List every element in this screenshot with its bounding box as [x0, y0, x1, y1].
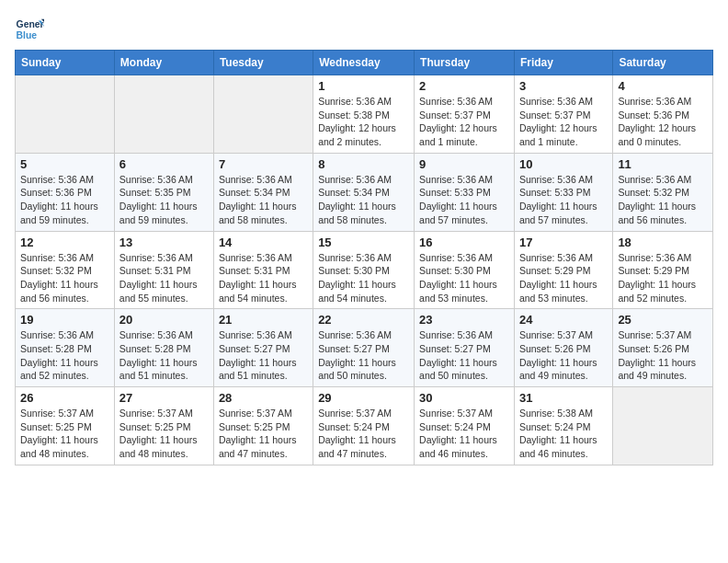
calendar-cell: 7Sunrise: 5:36 AM Sunset: 5:34 PM Daylig… [213, 153, 313, 231]
calendar-cell: 12Sunrise: 5:36 AM Sunset: 5:32 PM Dayli… [16, 231, 115, 309]
day-info: Sunrise: 5:36 AM Sunset: 5:29 PM Dayligh… [519, 251, 608, 305]
day-number: 29 [318, 391, 409, 405]
calendar-cell: 15Sunrise: 5:36 AM Sunset: 5:30 PM Dayli… [313, 231, 415, 309]
day-number: 16 [419, 236, 509, 249]
dow-header: Monday [114, 51, 213, 75]
day-number: 4 [618, 79, 708, 93]
calendar-week-row: 12Sunrise: 5:36 AM Sunset: 5:32 PM Dayli… [16, 231, 713, 309]
calendar-week-row: 1Sunrise: 5:36 AM Sunset: 5:38 PM Daylig… [16, 75, 713, 154]
calendar-cell: 14Sunrise: 5:36 AM Sunset: 5:31 PM Dayli… [213, 231, 313, 309]
day-info: Sunrise: 5:36 AM Sunset: 5:36 PM Dayligh… [20, 173, 109, 227]
day-number: 6 [119, 157, 209, 171]
dow-header: Tuesday [213, 51, 313, 75]
calendar-cell: 30Sunrise: 5:37 AM Sunset: 5:24 PM Dayli… [415, 387, 515, 465]
calendar-cell [16, 75, 115, 154]
day-info: Sunrise: 5:36 AM Sunset: 5:33 PM Dayligh… [419, 173, 509, 227]
day-number: 25 [618, 313, 708, 327]
day-number: 18 [618, 236, 708, 249]
day-info: Sunrise: 5:36 AM Sunset: 5:27 PM Dayligh… [318, 328, 409, 383]
calendar-cell [114, 75, 213, 154]
day-info: Sunrise: 5:37 AM Sunset: 5:25 PM Dayligh… [20, 407, 109, 461]
dow-header: Sunday [16, 51, 115, 75]
calendar-cell [213, 75, 313, 154]
day-number: 3 [519, 79, 608, 93]
day-number: 15 [318, 236, 409, 249]
day-info: Sunrise: 5:36 AM Sunset: 5:28 PM Dayligh… [119, 328, 209, 383]
day-number: 9 [419, 157, 509, 171]
day-number: 22 [318, 313, 409, 327]
day-number: 31 [519, 391, 608, 405]
calendar-cell: 13Sunrise: 5:36 AM Sunset: 5:31 PM Dayli… [114, 231, 213, 309]
day-info: Sunrise: 5:38 AM Sunset: 5:24 PM Dayligh… [519, 407, 608, 461]
day-number: 19 [20, 313, 109, 327]
calendar-cell: 16Sunrise: 5:36 AM Sunset: 5:30 PM Dayli… [415, 231, 515, 309]
day-info: Sunrise: 5:36 AM Sunset: 5:38 PM Dayligh… [318, 95, 409, 149]
calendar-cell: 3Sunrise: 5:36 AM Sunset: 5:37 PM Daylig… [514, 75, 612, 154]
day-number: 11 [618, 157, 708, 171]
day-info: Sunrise: 5:36 AM Sunset: 5:33 PM Dayligh… [519, 173, 608, 227]
day-number: 8 [318, 157, 409, 171]
days-of-week-row: SundayMondayTuesdayWednesdayThursdayFrid… [16, 51, 713, 75]
day-number: 2 [419, 79, 509, 93]
day-info: Sunrise: 5:36 AM Sunset: 5:37 PM Dayligh… [419, 95, 509, 149]
calendar-cell: 4Sunrise: 5:36 AM Sunset: 5:36 PM Daylig… [613, 75, 713, 154]
day-number: 5 [20, 157, 109, 171]
day-number: 7 [219, 157, 308, 171]
day-info: Sunrise: 5:36 AM Sunset: 5:31 PM Dayligh… [219, 251, 308, 305]
svg-text:Blue: Blue [17, 30, 38, 40]
day-info: Sunrise: 5:36 AM Sunset: 5:27 PM Dayligh… [219, 328, 308, 383]
day-info: Sunrise: 5:36 AM Sunset: 5:32 PM Dayligh… [618, 173, 708, 227]
day-info: Sunrise: 5:36 AM Sunset: 5:31 PM Dayligh… [119, 251, 209, 305]
day-info: Sunrise: 5:36 AM Sunset: 5:34 PM Dayligh… [318, 173, 409, 227]
day-info: Sunrise: 5:36 AM Sunset: 5:34 PM Dayligh… [219, 173, 308, 227]
calendar-cell: 21Sunrise: 5:36 AM Sunset: 5:27 PM Dayli… [213, 309, 313, 387]
calendar-cell: 6Sunrise: 5:36 AM Sunset: 5:35 PM Daylig… [114, 153, 213, 231]
day-info: Sunrise: 5:36 AM Sunset: 5:37 PM Dayligh… [519, 95, 608, 149]
day-number: 14 [219, 236, 308, 249]
calendar-cell: 28Sunrise: 5:37 AM Sunset: 5:25 PM Dayli… [213, 387, 313, 465]
calendar-cell: 23Sunrise: 5:36 AM Sunset: 5:27 PM Dayli… [415, 309, 515, 387]
day-number: 1 [318, 79, 409, 93]
day-info: Sunrise: 5:36 AM Sunset: 5:36 PM Dayligh… [618, 95, 708, 149]
dow-header: Thursday [415, 51, 515, 75]
calendar-week-row: 26Sunrise: 5:37 AM Sunset: 5:25 PM Dayli… [16, 387, 713, 465]
day-number: 27 [119, 391, 209, 405]
dow-header: Friday [514, 51, 612, 75]
calendar-body: 1Sunrise: 5:36 AM Sunset: 5:38 PM Daylig… [16, 75, 713, 465]
day-info: Sunrise: 5:37 AM Sunset: 5:26 PM Dayligh… [519, 328, 608, 383]
day-number: 26 [20, 391, 109, 405]
day-info: Sunrise: 5:36 AM Sunset: 5:28 PM Dayligh… [20, 328, 109, 383]
day-info: Sunrise: 5:37 AM Sunset: 5:24 PM Dayligh… [318, 407, 409, 461]
calendar-cell: 19Sunrise: 5:36 AM Sunset: 5:28 PM Dayli… [16, 309, 115, 387]
day-number: 21 [219, 313, 308, 327]
day-info: Sunrise: 5:37 AM Sunset: 5:26 PM Dayligh… [618, 328, 708, 383]
calendar-cell: 9Sunrise: 5:36 AM Sunset: 5:33 PM Daylig… [415, 153, 515, 231]
logo: General Blue [15, 15, 48, 44]
day-info: Sunrise: 5:36 AM Sunset: 5:35 PM Dayligh… [119, 173, 209, 227]
calendar-cell: 26Sunrise: 5:37 AM Sunset: 5:25 PM Dayli… [16, 387, 115, 465]
day-number: 30 [419, 391, 509, 405]
day-info: Sunrise: 5:36 AM Sunset: 5:29 PM Dayligh… [618, 251, 708, 305]
day-info: Sunrise: 5:36 AM Sunset: 5:30 PM Dayligh… [318, 251, 409, 305]
calendar-table: SundayMondayTuesdayWednesdayThursdayFrid… [15, 50, 713, 465]
calendar-cell: 24Sunrise: 5:37 AM Sunset: 5:26 PM Dayli… [514, 309, 612, 387]
calendar-cell: 31Sunrise: 5:38 AM Sunset: 5:24 PM Dayli… [514, 387, 612, 465]
calendar-cell: 10Sunrise: 5:36 AM Sunset: 5:33 PM Dayli… [514, 153, 612, 231]
calendar-cell: 20Sunrise: 5:36 AM Sunset: 5:28 PM Dayli… [114, 309, 213, 387]
calendar-cell: 29Sunrise: 5:37 AM Sunset: 5:24 PM Dayli… [313, 387, 415, 465]
day-number: 28 [219, 391, 308, 405]
day-number: 10 [519, 157, 608, 171]
day-info: Sunrise: 5:37 AM Sunset: 5:25 PM Dayligh… [219, 407, 308, 461]
calendar-cell: 2Sunrise: 5:36 AM Sunset: 5:37 PM Daylig… [415, 75, 515, 154]
day-number: 12 [20, 236, 109, 249]
day-number: 17 [519, 236, 608, 249]
calendar-cell: 18Sunrise: 5:36 AM Sunset: 5:29 PM Dayli… [613, 231, 713, 309]
calendar-cell: 5Sunrise: 5:36 AM Sunset: 5:36 PM Daylig… [16, 153, 115, 231]
day-info: Sunrise: 5:37 AM Sunset: 5:25 PM Dayligh… [119, 407, 209, 461]
calendar-cell: 11Sunrise: 5:36 AM Sunset: 5:32 PM Dayli… [613, 153, 713, 231]
day-number: 20 [119, 313, 209, 327]
day-info: Sunrise: 5:36 AM Sunset: 5:27 PM Dayligh… [419, 328, 509, 383]
day-number: 13 [119, 236, 209, 249]
day-info: Sunrise: 5:36 AM Sunset: 5:32 PM Dayligh… [20, 251, 109, 305]
day-number: 24 [519, 313, 608, 327]
